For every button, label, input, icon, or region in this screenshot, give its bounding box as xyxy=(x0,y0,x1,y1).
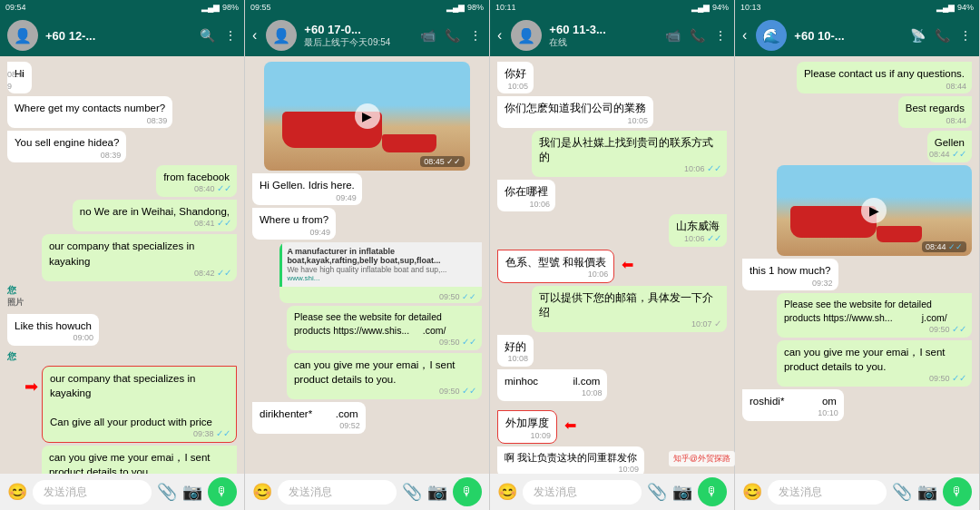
camera-icon-1[interactable]: 📷 xyxy=(182,482,202,502)
footer-4: 😊 发送消息 📎 📷 🎙 xyxy=(735,474,979,510)
chat-header-1: 👤 +60 12-... 🔍 ⋮ xyxy=(0,15,244,56)
video-icon-2[interactable]: 📹 xyxy=(420,28,436,43)
avatar-2: 👤 xyxy=(266,20,297,51)
status-right-3: ▂▄▆ 94% xyxy=(691,3,729,12)
header-icons-3: 📹 📞 ⋮ xyxy=(665,28,727,43)
search-icon-1[interactable]: 🔍 xyxy=(200,28,215,43)
avatar-4: 🌊 xyxy=(756,20,787,51)
phone-icon-2[interactable]: 📞 xyxy=(445,28,460,43)
app-wrapper: 09:54 ▂▄▆ 98% 👤 +60 12-... 🔍 ⋮ Hi08:39 W… xyxy=(0,0,980,510)
msg-minhoc: minhoc il.com10:08 xyxy=(497,369,607,401)
mic-button-2[interactable]: 🎙 xyxy=(453,477,482,506)
msg-idris1: Hi Gellen. Idris here.09:49 xyxy=(252,173,362,205)
messages-area-2: 08:45 ✓✓ ▶ Hi Gellen. Idris here.09:49 W… xyxy=(245,56,489,474)
msg-weihai: no We are in Weihai, Shandong,08:41 ✓✓ xyxy=(73,200,237,231)
emoji-icon-1[interactable]: 😊 xyxy=(7,482,27,502)
msg-shemei: 我们是从社媒上找到贵司的联系方式的10:06 ✓✓ xyxy=(532,131,727,177)
header-info-3: +60 11-3... 在线 xyxy=(549,23,658,49)
more-icon-4[interactable]: ⋮ xyxy=(959,28,972,43)
attach-icon-2[interactable]: 📎 xyxy=(402,482,422,502)
back-button-4[interactable]: ‹ xyxy=(742,27,747,44)
status-time-2: 09:55 xyxy=(250,3,271,12)
msg-contact-us: Please contact us if any questions.08:44 xyxy=(797,62,972,93)
footer-2: 😊 发送消息 📎 📷 🎙 xyxy=(245,474,489,510)
msg-hi: Hi08:39 xyxy=(7,62,32,93)
msg-waijia: 外加厚度 ⬅ 10:09 xyxy=(497,410,557,444)
emoji-icon-4[interactable]: 😊 xyxy=(742,482,762,502)
mic-button-1[interactable]: 🎙 xyxy=(208,477,237,506)
camera-icon-2[interactable]: 📷 xyxy=(427,482,447,502)
msg-idris2: Where u from?09:49 xyxy=(252,208,336,240)
header-icons-2: 📹 📞 ⋮ xyxy=(420,28,482,43)
msg-email2: can you give me your emai，I sent product… xyxy=(287,353,482,399)
footer-1: 😊 发送消息 📎 📷 🎙 xyxy=(0,474,244,510)
attach-icon-4[interactable]: 📎 xyxy=(892,482,912,502)
more-icon-1[interactable]: ⋮ xyxy=(224,28,237,43)
play-icon-2[interactable]: ▶ xyxy=(355,103,380,129)
you-label-1: 您照片 xyxy=(7,284,24,309)
contact-status-2: 最后上线于今天09:54 xyxy=(304,36,413,49)
emoji-icon-2[interactable]: 😊 xyxy=(252,482,272,502)
msg-howmuch: this 1 how much?09:32 xyxy=(742,259,838,290)
messages-area-1: Hi08:39 Where get my contacts number?08:… xyxy=(0,56,244,474)
broadcast-icon-4[interactable]: 📡 xyxy=(910,28,926,43)
messages-area-3: 你好10:05 你们怎麽知道我们公司的業務10:05 我们是从社媒上找到贵司的联… xyxy=(490,56,734,474)
attach-icon-3[interactable]: 📎 xyxy=(647,482,667,502)
message-input-2[interactable]: 发送消息 xyxy=(278,480,397,505)
message-input-1[interactable]: 发送消息 xyxy=(33,480,152,505)
chat-header-3: ‹ 👤 +60 11-3... 在线 📹 📞 ⋮ xyxy=(490,15,734,56)
you-label-2: 您 xyxy=(7,350,16,363)
msg-haode: 好的10:08 xyxy=(497,335,534,367)
msg-email4: can you give me your emai，I sent product… xyxy=(777,340,972,387)
play-icon-4[interactable]: ▶ xyxy=(861,198,887,223)
header-info-2: +60 17-0... 最后上线于今天09:54 xyxy=(304,23,413,49)
more-icon-2[interactable]: ⋮ xyxy=(469,28,482,43)
messages-area-4: Please contact us if any questions.08:44… xyxy=(735,56,979,474)
msg-email1: can you give me your emai，I sent product… xyxy=(42,446,237,474)
phone-icon-3[interactable]: 📞 xyxy=(690,28,705,43)
video-icon-3[interactable]: 📹 xyxy=(665,28,681,43)
msg-nihao: 你好10:05 xyxy=(497,62,534,93)
msg-likethis: Like this howuch09:00 xyxy=(7,314,99,346)
status-right-2: ▂▄▆ 98% xyxy=(446,3,484,12)
msg-contacts: Where get my contacts number?08:39 xyxy=(7,96,172,128)
boat-image-4: 08:44 ✓✓ ▶ xyxy=(777,165,972,256)
msg-facebook: from facebook08:40 ✓✓ xyxy=(156,165,237,197)
contact-name-1: +60 12-... xyxy=(45,29,192,43)
msg-youxiang: 可以提供下您的邮箱，具体发一下介绍10:07 ✓ xyxy=(532,286,727,332)
status-bar-4: 10:13 ▂▄▆ 94% xyxy=(735,0,979,15)
header-info-1: +60 12-... xyxy=(45,29,192,43)
link-bubble-2: A manufacturer in inflatable boat,kayak,… xyxy=(279,242,482,303)
avatar-1: 👤 xyxy=(7,20,38,51)
msg-sejia: 色系、型號 和報價表 ⬅ 10:06 xyxy=(497,250,614,283)
chat-panel-4: 10:13 ▂▄▆ 94% ‹ 🌊 +60 10-... 📡 📞 ⋮ Pleas… xyxy=(735,0,980,510)
emoji-icon-3[interactable]: 😊 xyxy=(497,482,517,502)
chat-header-2: ‹ 👤 +60 17-0... 最后上线于今天09:54 📹 📞 ⋮ xyxy=(245,15,489,56)
mic-button-4[interactable]: 🎙 xyxy=(943,477,972,506)
footer-3: 😊 发送消息 📎 📷 🎙 xyxy=(490,474,734,510)
status-right-1: ▂▄▆ 98% xyxy=(201,3,239,12)
status-bar-3: 10:11 ▂▄▆ 94% xyxy=(490,0,734,15)
msg-ah: 啊 我让负责这块的同重群发你10:09 xyxy=(497,446,644,474)
more-icon-3[interactable]: ⋮ xyxy=(714,28,727,43)
header-icons-4: 📡 📞 ⋮ xyxy=(910,28,972,43)
back-button-3[interactable]: ‹ xyxy=(497,27,502,44)
message-input-3[interactable]: 发送消息 xyxy=(523,480,642,505)
msg-dirik: dirikhenter* .com09:52 xyxy=(252,402,366,434)
phone-icon-4[interactable]: 📞 xyxy=(935,28,950,43)
msg-gellen: Gellen08:44 ✓✓ xyxy=(927,131,972,162)
status-bar-1: 09:54 ▂▄▆ 98% xyxy=(0,0,244,15)
back-button-2[interactable]: ‹ xyxy=(252,27,257,44)
msg-roshidi: roshidi* om10:10 xyxy=(742,389,844,421)
avatar-3: 👤 xyxy=(511,20,542,51)
attach-icon-1[interactable]: 📎 xyxy=(157,482,177,502)
msg-zhidao: 你们怎麽知道我们公司的業務10:05 xyxy=(497,96,653,128)
camera-icon-4[interactable]: 📷 xyxy=(917,482,937,502)
header-info-4: +60 10-... xyxy=(794,29,903,43)
msg-website2: Please see the website for detailed prod… xyxy=(287,306,482,349)
message-input-4[interactable]: 发送消息 xyxy=(768,480,887,505)
img-time-2: 08:45 ✓✓ xyxy=(420,156,465,167)
mic-button-3[interactable]: 🎙 xyxy=(698,477,727,506)
camera-icon-3[interactable]: 📷 xyxy=(672,482,692,502)
header-icons-1: 🔍 ⋮ xyxy=(200,28,237,43)
